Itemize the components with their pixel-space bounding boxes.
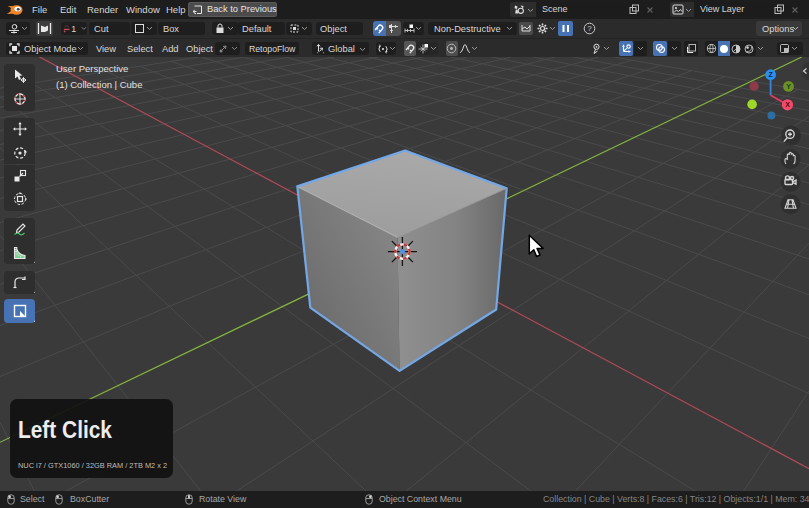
svg-text:X: X bbox=[785, 101, 790, 108]
svg-text:Z: Z bbox=[768, 71, 773, 78]
svg-text:Y: Y bbox=[786, 83, 791, 90]
svg-text:?: ? bbox=[587, 24, 592, 33]
